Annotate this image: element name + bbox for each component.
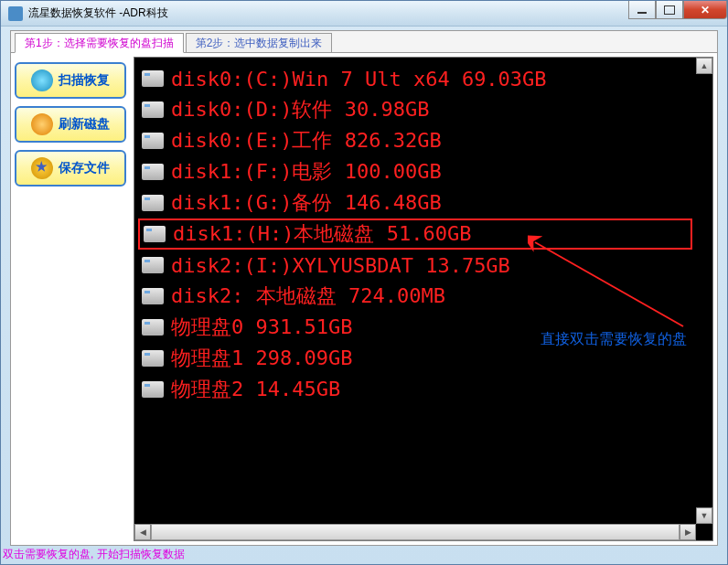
save-file-button[interactable]: 保存文件 (15, 150, 126, 187)
client-area: 第1步：选择需要恢复的盘扫描 第2步：选中数据复制出来 扫描恢复 刷新磁盘 保存… (10, 30, 718, 546)
disk-list-panel: disk0:(C:)Win 7 Ult x64 69.03GBdisk0:(D:… (134, 57, 713, 541)
close-button[interactable] (683, 1, 727, 19)
status-bar: 双击需要恢复的盘, 开始扫描恢复数据 (3, 547, 185, 562)
disk-row[interactable]: disk0:(D:)软件 30.98GB (138, 94, 692, 125)
drive-icon (142, 133, 164, 149)
disk-label: disk0:(E:)工作 826.32GB (171, 127, 442, 155)
scroll-left-button[interactable]: ◀ (134, 524, 151, 540)
maximize-button[interactable] (656, 1, 683, 19)
tab-step1[interactable]: 第1步：选择需要恢复的盘扫描 (15, 33, 184, 53)
vertical-scrollbar[interactable]: ▲ ▼ (696, 58, 712, 524)
annotation-hint: 直接双击需要恢复的盘 (541, 330, 687, 349)
titlebar: 流星数据恢复软件 -ADR科技 (1, 1, 727, 27)
disk-label: 物理盘1 298.09GB (171, 345, 352, 372)
app-icon (8, 6, 23, 21)
scan-label: 扫描恢复 (59, 72, 110, 89)
scrollbar-corner (696, 524, 712, 540)
refresh-icon (31, 113, 53, 135)
drive-icon (142, 381, 164, 398)
disk-row[interactable]: 物理盘2 14.45GB (138, 374, 692, 405)
disk-label: disk0:(D:)软件 30.98GB (171, 96, 429, 123)
disk-row[interactable]: disk1:(H:)本地磁盘 51.60GB (138, 219, 692, 250)
disk-label: 物理盘0 931.51GB (171, 314, 352, 341)
drive-icon (144, 226, 166, 242)
disk-label: disk1:(F:)电影 100.00GB (171, 158, 442, 186)
disk-label: disk1:(H:)本地磁盘 51.60GB (173, 220, 471, 248)
disk-label: disk0:(C:)Win 7 Ult x64 69.03GB (171, 68, 547, 91)
tab-step2[interactable]: 第2步：选中数据复制出来 (186, 33, 333, 52)
disk-label: disk2: 本地磁盘 724.00MB (171, 282, 445, 310)
disk-row[interactable]: disk1:(G:)备份 146.48GB (138, 187, 692, 219)
sidebar: 扫描恢复 刷新磁盘 保存文件 (15, 57, 126, 541)
scroll-right-button[interactable]: ▶ (680, 524, 696, 540)
disk-row[interactable]: disk1:(F:)电影 100.00GB (138, 156, 692, 187)
scan-icon (31, 69, 53, 91)
disk-label: disk1:(G:)备份 146.48GB (171, 189, 442, 217)
refresh-disks-button[interactable]: 刷新磁盘 (15, 106, 126, 143)
scan-recover-button[interactable]: 扫描恢复 (15, 62, 126, 99)
refresh-label: 刷新磁盘 (59, 116, 110, 133)
save-label: 保存文件 (59, 160, 110, 176)
disk-label: 物理盘2 14.45GB (171, 376, 340, 403)
scroll-thumb[interactable] (151, 524, 680, 540)
drive-icon (142, 319, 164, 336)
drive-icon (142, 164, 164, 180)
drive-icon (142, 195, 164, 211)
app-window: 流星数据恢复软件 -ADR科技 第1步：选择需要恢复的盘扫描 第2步：选中数据复… (0, 0, 728, 565)
tab-content: 扫描恢复 刷新磁盘 保存文件 disk0:(C:)Win 7 Ult x64 6… (15, 57, 713, 541)
disk-row[interactable]: disk2: 本地磁盘 724.00MB (138, 281, 692, 312)
minimize-button[interactable] (628, 1, 656, 19)
disk-label: disk2:(I:)XYLYUSBDAT 13.75GB (171, 254, 510, 277)
drive-icon (142, 257, 164, 273)
disk-row[interactable]: disk2:(I:)XYLYUSBDAT 13.75GB (138, 250, 692, 281)
drive-icon (142, 350, 164, 367)
window-controls (628, 1, 727, 19)
scroll-up-button[interactable]: ▲ (696, 58, 712, 74)
drive-icon (142, 101, 164, 118)
disk-row[interactable]: disk0:(E:)工作 826.32GB (138, 125, 692, 156)
scroll-down-button[interactable]: ▼ (696, 507, 712, 524)
drive-icon (142, 70, 164, 87)
disk-row[interactable]: disk0:(C:)Win 7 Ult x64 69.03GB (138, 63, 692, 94)
horizontal-scrollbar[interactable]: ◀ ▶ (134, 524, 696, 540)
disk-list: disk0:(C:)Win 7 Ult x64 69.03GBdisk0:(D:… (134, 58, 696, 524)
tab-strip: 第1步：选择需要恢复的盘扫描 第2步：选中数据复制出来 (11, 31, 717, 53)
save-icon (31, 157, 53, 179)
window-title: 流星数据恢复软件 -ADR科技 (28, 5, 168, 21)
drive-icon (142, 288, 164, 304)
